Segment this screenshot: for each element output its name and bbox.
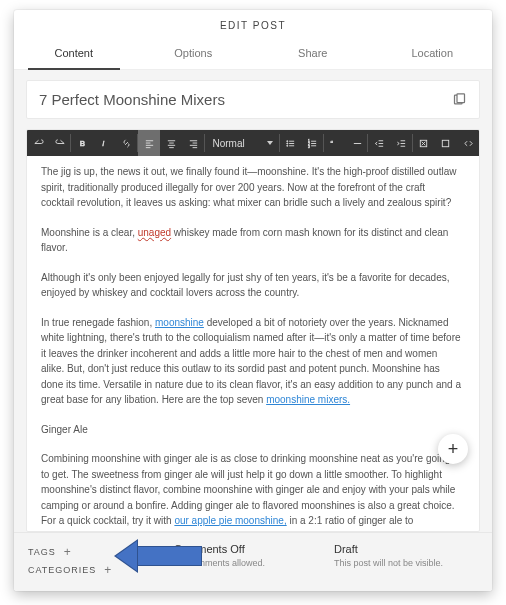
align-center-button[interactable] bbox=[160, 130, 182, 156]
svg-text:I: I bbox=[102, 139, 104, 148]
status-sub: This post will not be visible. bbox=[334, 558, 478, 568]
svg-point-5 bbox=[287, 142, 288, 143]
list-ul-button[interactable] bbox=[279, 130, 301, 156]
clear-format-button[interactable] bbox=[413, 130, 435, 156]
status-heading: Draft bbox=[334, 543, 478, 555]
editor-card: B I Normal 123 “ bbox=[26, 129, 480, 532]
bold-button[interactable]: B bbox=[71, 130, 93, 156]
svg-text:B: B bbox=[80, 139, 85, 148]
tags-button[interactable]: TAGS + bbox=[28, 543, 158, 561]
format-select[interactable]: Normal bbox=[205, 130, 279, 156]
comments-heading: Comments Off bbox=[174, 543, 318, 555]
align-right-button[interactable] bbox=[182, 130, 204, 156]
categories-label: CATEGORIES bbox=[28, 565, 96, 575]
list-ol-button[interactable]: 123 bbox=[302, 130, 324, 156]
format-select-label: Normal bbox=[213, 138, 245, 149]
plus-icon: + bbox=[64, 546, 72, 558]
spelling-error: unaged bbox=[138, 227, 171, 238]
tab-share[interactable]: Share bbox=[253, 39, 373, 69]
tags-label: TAGS bbox=[28, 547, 56, 557]
svg-point-6 bbox=[287, 145, 288, 146]
align-left-button[interactable] bbox=[138, 130, 160, 156]
link-button[interactable] bbox=[116, 130, 138, 156]
paragraph: The jig is up, the news it out, we final… bbox=[41, 164, 461, 211]
svg-rect-1 bbox=[457, 94, 465, 103]
paragraph: In true renegade fashion, moonshine deve… bbox=[41, 315, 461, 408]
paragraph: Moonshine is a clear, unaged whiskey mad… bbox=[41, 225, 461, 256]
editor-content[interactable]: The jig is up, the news it out, we final… bbox=[27, 156, 479, 531]
redo-button[interactable] bbox=[49, 130, 71, 156]
paragraph: Combining moonshine with ginger ale is a… bbox=[41, 451, 461, 531]
tab-location[interactable]: Location bbox=[373, 39, 493, 69]
publish-status[interactable]: Draft This post will not be visible. bbox=[328, 543, 478, 568]
inline-link[interactable]: moonshine bbox=[155, 317, 204, 328]
editor-toolbar: B I Normal 123 “ bbox=[27, 130, 479, 156]
indent-button[interactable] bbox=[390, 130, 412, 156]
post-title-input[interactable] bbox=[39, 91, 451, 108]
plus-icon: + bbox=[104, 564, 112, 576]
quote-button[interactable]: “ bbox=[324, 130, 346, 156]
paragraph: Although it's only been enjoyed legally … bbox=[41, 270, 461, 301]
post-title-row bbox=[26, 80, 480, 119]
tab-options[interactable]: Options bbox=[134, 39, 254, 69]
footer-bar: TAGS + CATEGORIES + Comments Off No comm… bbox=[14, 532, 492, 591]
svg-text:3: 3 bbox=[308, 144, 310, 148]
code-button[interactable] bbox=[457, 130, 479, 156]
paragraph: Ginger Ale bbox=[41, 422, 461, 438]
svg-rect-12 bbox=[443, 140, 449, 146]
italic-button[interactable]: I bbox=[94, 130, 116, 156]
inline-link[interactable]: our apple pie moonshine, bbox=[174, 515, 286, 526]
categories-button[interactable]: CATEGORIES + bbox=[28, 561, 158, 579]
add-block-button[interactable]: + bbox=[438, 434, 468, 464]
fullscreen-button[interactable] bbox=[435, 130, 457, 156]
tab-bar: Content Options Share Location bbox=[14, 39, 492, 70]
permalink-icon[interactable] bbox=[451, 92, 467, 108]
undo-button[interactable] bbox=[27, 130, 49, 156]
hr-button[interactable] bbox=[346, 130, 368, 156]
comments-sub: No comments allowed. bbox=[174, 558, 318, 568]
inline-link[interactable]: moonshine mixers. bbox=[266, 394, 350, 405]
svg-text:“: “ bbox=[331, 139, 334, 148]
outdent-button[interactable] bbox=[368, 130, 390, 156]
tab-content[interactable]: Content bbox=[14, 39, 134, 69]
comments-status[interactable]: Comments Off No comments allowed. bbox=[168, 543, 318, 568]
svg-point-4 bbox=[287, 140, 288, 141]
page-title: EDIT POST bbox=[14, 10, 492, 39]
